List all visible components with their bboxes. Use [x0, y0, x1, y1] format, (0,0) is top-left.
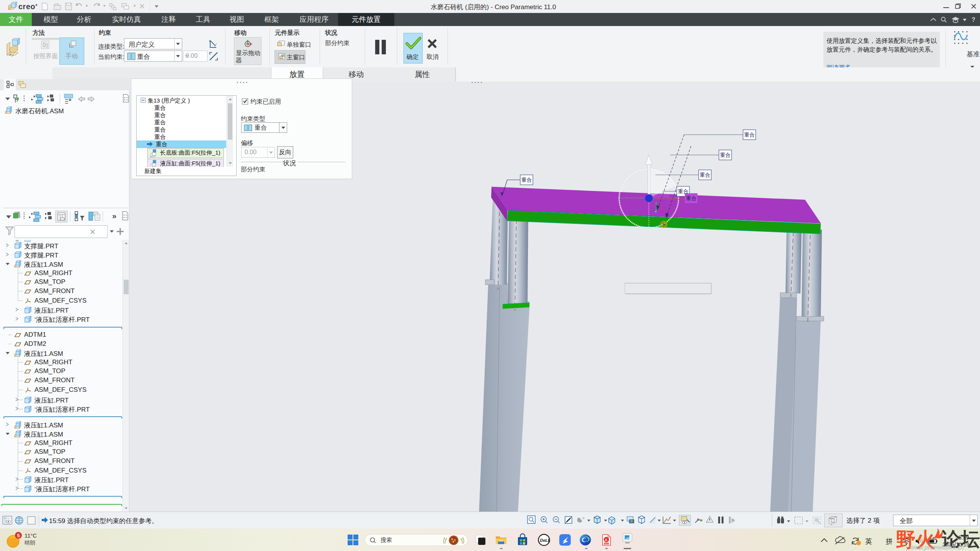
- svg-text:重合: 重合: [744, 132, 755, 138]
- svg-text:5: 5: [17, 533, 20, 538]
- svg-text:重合: 重合: [521, 177, 532, 183]
- svg-text:拼: 拼: [885, 538, 893, 545]
- svg-text:PDF: PDF: [605, 543, 608, 545]
- svg-text:重合: 重合: [686, 196, 697, 201]
- svg-text:»: »: [112, 212, 116, 220]
- svg-text:?: ?: [972, 16, 975, 23]
- svg-text:A: A: [605, 538, 608, 542]
- svg-text:DeLL: DeLL: [540, 538, 551, 543]
- svg-text:creo: creo: [18, 2, 35, 11]
- svg-text:重合: 重合: [678, 189, 689, 194]
- svg-text:重合: 重合: [720, 152, 731, 158]
- svg-text:英: 英: [865, 538, 872, 545]
- svg-text:重合: 重合: [700, 172, 710, 178]
